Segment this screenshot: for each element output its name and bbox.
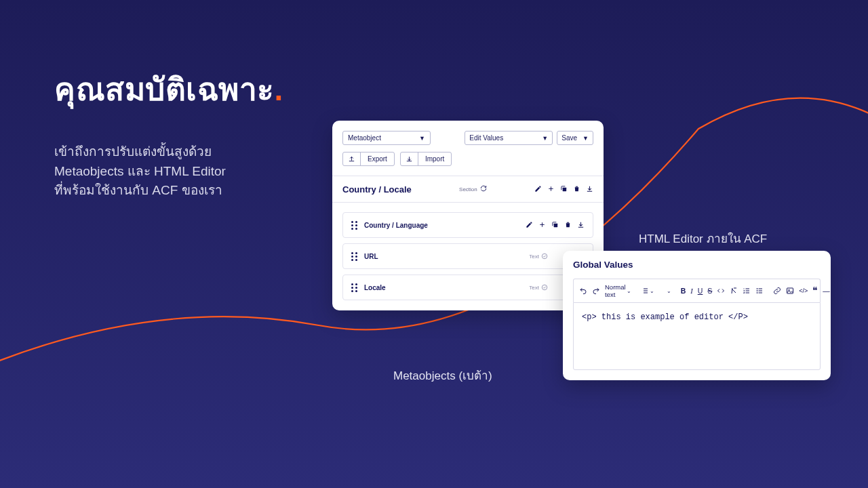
delete-icon[interactable] bbox=[564, 219, 572, 231]
export-button[interactable]: Export bbox=[342, 152, 395, 166]
edit-icon[interactable] bbox=[526, 219, 533, 231]
svg-point-3 bbox=[542, 285, 547, 290]
list-icon[interactable]: ⌄ bbox=[641, 287, 654, 295]
chevron-down-icon: ▼ bbox=[419, 135, 425, 142]
field-row: Country / Language bbox=[342, 212, 593, 238]
codeblock-icon[interactable]: </> bbox=[799, 287, 808, 294]
drag-handle-icon[interactable] bbox=[351, 220, 358, 230]
metaobject-type-select[interactable]: Metaobject ▼ bbox=[342, 131, 431, 145]
save-button[interactable]: Save ▼ bbox=[557, 131, 593, 145]
page-subtitle: เข้าถึงการปรับแต่งขั้นสูงด้วย Metaobject… bbox=[54, 142, 226, 201]
redo-icon[interactable] bbox=[592, 287, 600, 295]
chevron-down-icon: ▼ bbox=[583, 135, 589, 142]
svg-point-4 bbox=[757, 289, 757, 289]
drag-handle-icon[interactable] bbox=[351, 283, 358, 292]
bullet-list-icon[interactable] bbox=[755, 287, 764, 295]
numbered-list-icon[interactable] bbox=[743, 287, 751, 295]
editor-caption: HTML Editor ภายใน ACF bbox=[639, 229, 767, 247]
import-button[interactable]: Import bbox=[400, 152, 452, 166]
image-icon[interactable] bbox=[786, 287, 794, 295]
text-style-select[interactable]: Normal text⌄ bbox=[605, 283, 631, 298]
download-icon[interactable] bbox=[586, 183, 593, 195]
italic-icon[interactable]: I bbox=[690, 287, 693, 295]
edit-values-button[interactable]: Edit Values ▼ bbox=[465, 131, 553, 145]
bold-icon[interactable]: B bbox=[681, 287, 686, 295]
page-headline: คุณสมบัติเฉพาะ. bbox=[54, 64, 283, 114]
copy-icon[interactable] bbox=[560, 183, 568, 195]
clear-format-icon[interactable] bbox=[730, 287, 738, 295]
underline-icon[interactable]: U bbox=[698, 287, 703, 295]
strikethrough-icon[interactable]: S bbox=[707, 287, 712, 295]
add-icon[interactable] bbox=[538, 219, 546, 231]
svg-point-5 bbox=[757, 291, 757, 291]
editor-toolbar: Normal text⌄ ⌄ ⌄ B I U S </> ❝ — bbox=[573, 279, 821, 302]
copy-icon[interactable] bbox=[551, 219, 559, 231]
code-icon[interactable] bbox=[717, 287, 725, 295]
refresh-icon[interactable] bbox=[480, 185, 487, 193]
editor-title: Global Values bbox=[563, 251, 831, 279]
editor-content[interactable]: <p> this is example of editor </P> bbox=[573, 302, 821, 370]
chevron-down-icon: ▼ bbox=[542, 135, 548, 142]
svg-point-2 bbox=[542, 253, 547, 259]
html-editor-panel: Global Values Normal text⌄ ⌄ ⌄ B I U S <… bbox=[563, 251, 831, 380]
field-type-badge: Text bbox=[529, 253, 548, 260]
field-row: URL Text bbox=[342, 243, 593, 269]
metaobjects-caption: Metaobjects (เบต้า) bbox=[393, 366, 492, 384]
drag-handle-icon[interactable] bbox=[351, 251, 358, 261]
section-header: Country / Locale Section bbox=[332, 176, 604, 203]
link-icon[interactable] bbox=[773, 287, 781, 295]
quote-icon[interactable]: ❝ bbox=[812, 288, 818, 293]
field-type-badge: Text bbox=[529, 284, 548, 291]
svg-rect-7 bbox=[787, 288, 793, 293]
undo-icon[interactable] bbox=[579, 287, 587, 295]
svg-rect-0 bbox=[563, 188, 567, 192]
add-icon[interactable] bbox=[547, 183, 555, 195]
import-icon bbox=[401, 152, 418, 165]
delete-icon[interactable] bbox=[573, 183, 580, 195]
svg-rect-1 bbox=[554, 224, 558, 228]
hr-icon[interactable]: — bbox=[823, 287, 830, 295]
field-row: Locale Text bbox=[342, 274, 593, 300]
download-icon[interactable] bbox=[577, 219, 585, 231]
export-icon bbox=[343, 152, 361, 165]
edit-icon[interactable] bbox=[534, 183, 542, 195]
svg-point-6 bbox=[757, 293, 757, 293]
